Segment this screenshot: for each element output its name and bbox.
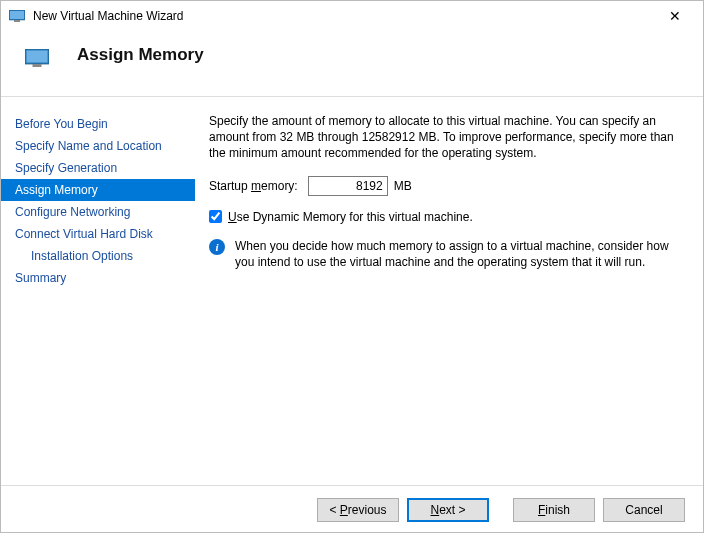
startup-memory-input[interactable]	[308, 176, 388, 196]
memory-unit: MB	[394, 179, 412, 193]
step-summary[interactable]: Summary	[1, 267, 195, 289]
next-button[interactable]: Next >	[407, 498, 489, 522]
step-before-you-begin[interactable]: Before You Begin	[1, 113, 195, 135]
svg-rect-1	[10, 11, 24, 19]
info-text: When you decide how much memory to assig…	[235, 238, 683, 270]
dynamic-memory-label[interactable]: Use Dynamic Memory for this virtual mach…	[228, 210, 473, 224]
step-assign-memory[interactable]: Assign Memory	[1, 179, 195, 201]
description-text: Specify the amount of memory to allocate…	[209, 113, 683, 162]
startup-memory-row: Startup memory: MB	[209, 176, 683, 196]
app-icon	[9, 10, 25, 22]
startup-memory-label: Startup memory:	[209, 179, 298, 193]
close-button[interactable]: ✕	[655, 2, 695, 30]
dynamic-memory-row: Use Dynamic Memory for this virtual mach…	[209, 210, 683, 224]
window-title: New Virtual Machine Wizard	[33, 9, 655, 23]
cancel-button[interactable]: Cancel	[603, 498, 685, 522]
info-icon: i	[209, 239, 225, 255]
dynamic-memory-checkbox[interactable]	[209, 210, 222, 223]
step-installation-options[interactable]: Installation Options	[1, 245, 195, 267]
step-configure-networking[interactable]: Configure Networking	[1, 201, 195, 223]
svg-rect-5	[33, 64, 42, 67]
page-title: Assign Memory	[77, 45, 204, 65]
svg-rect-4	[27, 51, 48, 63]
content-pane: Specify the amount of memory to allocate…	[195, 97, 703, 485]
wizard-body: Before You Begin Specify Name and Locati…	[1, 97, 703, 485]
info-row: i When you decide how much memory to ass…	[209, 238, 683, 270]
finish-button[interactable]: Finish	[513, 498, 595, 522]
wizard-header: Assign Memory	[1, 31, 703, 97]
header-icon	[25, 49, 49, 67]
step-connect-vhd[interactable]: Connect Virtual Hard Disk	[1, 223, 195, 245]
svg-rect-2	[14, 20, 20, 22]
titlebar: New Virtual Machine Wizard ✕	[1, 1, 703, 31]
previous-button[interactable]: < Previous	[317, 498, 399, 522]
wizard-footer: < Previous Next > Finish Cancel	[1, 485, 703, 533]
step-specify-generation[interactable]: Specify Generation	[1, 157, 195, 179]
wizard-steps: Before You Begin Specify Name and Locati…	[1, 97, 195, 485]
step-specify-name-location[interactable]: Specify Name and Location	[1, 135, 195, 157]
